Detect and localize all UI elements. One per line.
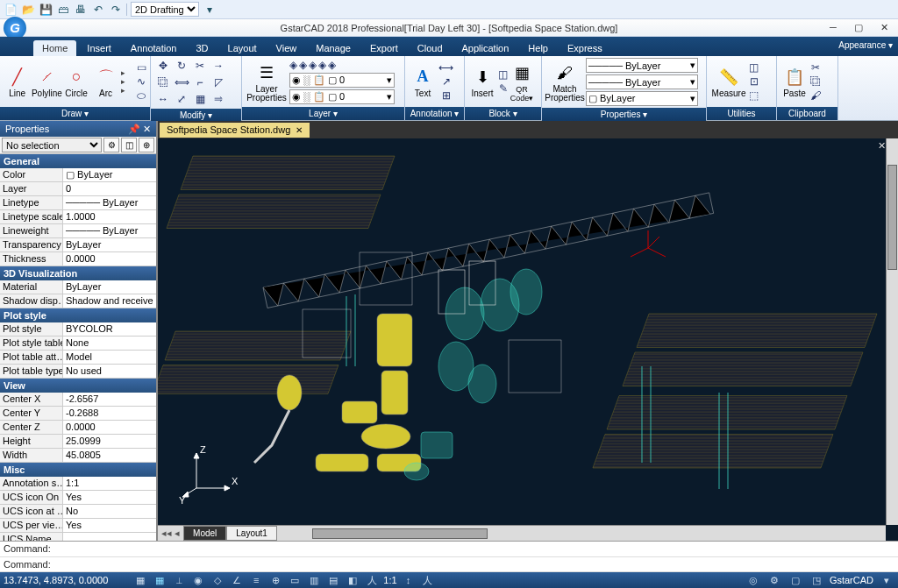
doc-tab-close-icon[interactable]: ✕ <box>296 125 303 135</box>
properties-list[interactable]: GeneralColor▢ ByLayerLayer0Linetype─────… <box>0 154 156 541</box>
prop-value[interactable]: Model <box>63 351 156 364</box>
mirror-icon[interactable]: ⟺ <box>173 74 190 90</box>
status-icon-c[interactable]: ◧ <box>345 574 360 586</box>
annoscale-toggle[interactable]: 人 <box>364 574 380 586</box>
cut-icon[interactable]: ✂ <box>810 61 821 74</box>
scale-icon[interactable]: ⤢ <box>173 91 190 107</box>
tab-nav-left[interactable]: ◂◂ ◂ <box>158 528 183 539</box>
layer-tool-4[interactable]: ◈ <box>318 59 326 71</box>
color-combo[interactable]: ▢ ByLayer▾ <box>586 91 698 106</box>
leader-icon[interactable]: ↗ <box>438 75 453 88</box>
prop-row[interactable]: Height25.0999 <box>0 435 156 449</box>
hardware-icon[interactable]: ⚙ <box>766 574 782 586</box>
save-icon[interactable]: 💾 <box>39 3 53 17</box>
paste-button[interactable]: 📋Paste <box>780 66 809 98</box>
properties-selector[interactable]: No selection <box>2 138 102 152</box>
prop-value[interactable]: ByLayer <box>63 280 156 294</box>
layout-tab-model[interactable]: Model <box>183 526 226 541</box>
layer-current-combo[interactable]: ◉ ░ 📋 ▢ 0▾ <box>289 73 395 88</box>
prop-value[interactable]: Yes <box>63 519 156 532</box>
isolate-icon[interactable]: ◎ <box>745 574 761 586</box>
otrack-toggle[interactable]: ∠ <box>229 574 245 586</box>
new-icon[interactable]: 📄 <box>4 3 18 17</box>
scrollbar-horizontal[interactable] <box>312 528 488 539</box>
grid-toggle[interactable]: ▦ <box>152 574 167 586</box>
prop-row[interactable]: UCS per vie…Yes <box>0 519 156 533</box>
prop-value[interactable]: No <box>63 505 156 518</box>
osnap-toggle[interactable]: ◇ <box>210 574 225 586</box>
undo-icon[interactable]: ↶ <box>91 3 105 17</box>
prop-value[interactable]: 25.0999 <box>63 435 156 448</box>
tab-help[interactable]: Help <box>519 40 557 56</box>
prop-row[interactable]: Center Y-0.2688 <box>0 407 156 421</box>
prop-row[interactable]: UCS Name <box>0 533 156 541</box>
layer-state-combo[interactable]: ◉ ░ 📋 ▢ 0▾ <box>289 89 395 104</box>
prop-value[interactable]: ▢ ByLayer <box>63 168 156 181</box>
qr-code-button[interactable]: ▦QR Code▾ <box>510 61 534 103</box>
prop-value[interactable]: ByLayer <box>63 238 156 251</box>
prop-row[interactable]: Width45.0805 <box>0 449 156 463</box>
prop-category[interactable]: View <box>0 379 156 393</box>
prop-row[interactable]: UCS icon at …No <box>0 505 156 519</box>
prop-row[interactable]: Lineweight───── ByLayer <box>0 224 156 238</box>
prop-value[interactable] <box>63 533 156 541</box>
measure-button[interactable]: 📏Measure <box>710 66 747 98</box>
ribbon-label-clipboard[interactable]: Clipboard <box>777 107 837 120</box>
block-edit-icon[interactable]: ✎ <box>498 82 508 95</box>
annoscale-icon2[interactable]: ↕ <box>401 574 417 586</box>
saveall-icon[interactable]: 🗃 <box>56 3 70 17</box>
status-icon-b[interactable]: ▤ <box>325 574 341 586</box>
polar-toggle[interactable]: ◉ <box>190 574 206 586</box>
prop-row[interactable]: Color▢ ByLayer <box>0 168 156 182</box>
prop-row[interactable]: Layer0 <box>0 182 156 196</box>
block-create-icon[interactable]: ◫ <box>498 68 508 81</box>
stretch-icon[interactable]: ↔ <box>154 91 172 107</box>
prop-row[interactable]: Linetype scale1.0000 <box>0 210 156 224</box>
tab-view[interactable]: View <box>267 40 306 56</box>
extend-icon[interactable]: → <box>210 58 227 74</box>
prop-row[interactable]: Center X-2.6567 <box>0 393 156 407</box>
ribbon-label-layer[interactable]: Layer ▾ <box>242 107 404 120</box>
annotation-scale[interactable]: 1:1 <box>383 575 396 585</box>
prop-value[interactable]: -2.6567 <box>63 393 156 406</box>
ortho-toggle[interactable]: ⟂ <box>171 574 187 586</box>
tab-cloud[interactable]: Cloud <box>409 40 452 56</box>
lwt-toggle[interactable]: ≡ <box>248 574 264 586</box>
table-icon[interactable]: ⊞ <box>438 89 453 102</box>
prop-value[interactable]: Yes <box>63 491 156 504</box>
maximize-button[interactable]: ▢ <box>846 19 871 35</box>
ribbon-label-annotation[interactable]: Annotation ▾ <box>405 107 464 120</box>
trim-icon[interactable]: ✂ <box>191 58 209 74</box>
qat-more-icon[interactable]: ▾ <box>203 3 217 17</box>
linetype-combo[interactable]: ───── ByLayer▾ <box>586 58 698 73</box>
prop-row[interactable]: Annotation s…1:1 <box>0 477 156 491</box>
prop-row[interactable]: UCS icon OnYes <box>0 491 156 505</box>
draw-arc-button[interactable]: ⌒Arc <box>92 66 119 98</box>
ribbon-label-block[interactable]: Block ▾ <box>465 107 541 120</box>
viewport-close-icon[interactable]: ✕ <box>878 140 886 152</box>
util-1-icon[interactable]: ◫ <box>749 61 759 74</box>
prop-category[interactable]: 3D Visualization <box>0 266 156 280</box>
prop-value[interactable]: 0 <box>63 182 156 195</box>
appearance-menu[interactable]: Appearance ▾ <box>838 40 893 50</box>
snap-toggle[interactable]: ▦ <box>132 574 148 586</box>
prop-row[interactable]: Plot styleBYCOLOR <box>0 322 156 337</box>
match-properties-button[interactable]: 🖌Match Properties <box>545 61 584 103</box>
chamfer-icon[interactable]: ◸ <box>210 74 227 90</box>
dyn-toggle[interactable]: ⊕ <box>267 574 283 586</box>
prop-row[interactable]: Center Z0.0000 <box>0 421 156 435</box>
util-3-icon[interactable]: ⬚ <box>749 89 759 102</box>
tab-export[interactable]: Export <box>361 40 407 56</box>
ribbon-label-properties[interactable]: Properties ▾ <box>542 108 706 121</box>
draw-line-button[interactable]: ╱Line <box>4 66 31 98</box>
lineweight-combo[interactable]: ───── ByLayer▾ <box>586 74 698 89</box>
status-icon-a[interactable]: ▥ <box>306 574 322 586</box>
brush-icon[interactable]: 🖌 <box>810 89 821 102</box>
prop-value[interactable]: Shadow and receive <box>63 294 156 308</box>
fillet-icon[interactable]: ⌐ <box>191 74 209 90</box>
layer-tool-5[interactable]: ◈ <box>328 59 336 71</box>
prop-category[interactable]: General <box>0 154 156 168</box>
prop-row[interactable]: Plot table typeNo used <box>0 365 156 379</box>
tab-application[interactable]: Application <box>453 40 518 56</box>
quickselect-button[interactable]: ⚙ <box>103 138 119 152</box>
